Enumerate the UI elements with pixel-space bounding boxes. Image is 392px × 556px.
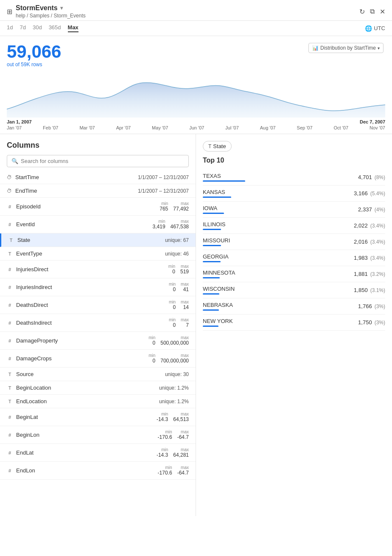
- col-name: EventId: [16, 221, 35, 227]
- column-row[interactable]: # EndLat min-14.3 max64,281: [0, 444, 196, 462]
- month-feb: Feb '07: [43, 125, 58, 130]
- column-row[interactable]: # DamageCrops min0 max700,000,000: [0, 350, 196, 368]
- column-row[interactable]: T EventType unique: 46: [0, 247, 196, 261]
- top10-stats: 4,701 (8%): [353, 174, 385, 180]
- close-icon[interactable]: ✕: [380, 8, 385, 16]
- top10-row: MINNESOTA 1,881 (3.2%): [203, 266, 385, 282]
- month-jan: Jan '07: [7, 125, 22, 130]
- col-stats: min-14.3 max64,513: [157, 412, 189, 422]
- top10-pct: (3.1%): [370, 287, 385, 293]
- column-left: # EventId: [7, 221, 35, 227]
- col-stats: unique: 30: [165, 371, 189, 377]
- month-oct: Oct '07: [334, 125, 349, 130]
- top10-value: 4,701: [358, 174, 372, 180]
- col-type-icon: T: [7, 251, 13, 256]
- col-name: StartTime: [15, 174, 39, 180]
- date-end: Dec 7, 2007: [360, 119, 385, 124]
- refresh-icon[interactable]: ↻: [359, 8, 365, 16]
- top10-row: MISSOURI 2,016 (3.4%): [203, 234, 385, 250]
- top10-stats: 1,850 (3.1%): [349, 287, 385, 293]
- column-left: # DamageCrops: [7, 355, 52, 362]
- col-name: EndLocation: [16, 398, 47, 404]
- top10-stats: 1,766 (3%): [353, 303, 385, 309]
- top10-bar-container: [203, 277, 349, 278]
- top10-pct: (3.4%): [370, 239, 385, 245]
- top10-stats: 1,881 (3.2%): [349, 271, 385, 277]
- timezone-selector[interactable]: 🌐 UTC: [365, 25, 385, 32]
- search-icon: 🔍: [11, 158, 18, 164]
- column-left: # InjuriesIndirect: [7, 284, 52, 290]
- chevron-icon[interactable]: ▾: [60, 5, 63, 11]
- column-row[interactable]: T State unique: 67: [0, 233, 196, 247]
- search-box[interactable]: 🔍: [7, 155, 189, 167]
- column-row[interactable]: # InjuriesDirect min0 max519: [0, 261, 196, 278]
- column-row[interactable]: # EventId min3,419 max467,538: [0, 216, 196, 233]
- month-jun: Jun '07: [189, 125, 204, 130]
- column-row[interactable]: # EpisodeId min765 max77,492: [0, 198, 196, 216]
- top10-row: NEBRASKA 1,766 (3%): [203, 298, 385, 315]
- top10-left: ILLINOIS: [203, 221, 349, 230]
- tab-max[interactable]: Max: [68, 24, 78, 32]
- title-text: StormEvents: [16, 4, 58, 12]
- top10-bar: [203, 229, 221, 230]
- top10-stats: 1,750 (3%): [353, 319, 385, 326]
- col-type-icon: T: [7, 399, 13, 404]
- tab-7d[interactable]: 7d: [20, 24, 25, 32]
- tab-30d[interactable]: 30d: [33, 24, 42, 32]
- top10-bar: [203, 309, 219, 311]
- top10-pct: (3.4%): [370, 223, 385, 229]
- col-name: DeathsIndirect: [16, 320, 52, 326]
- col-type-icon: T: [7, 385, 13, 390]
- col-stats: min-14.3 max64,281: [157, 447, 189, 458]
- col-stats: min3,419 max467,538: [153, 219, 189, 230]
- column-left: # EndLon: [7, 467, 35, 474]
- top10-left: WISCONSIN: [203, 286, 349, 295]
- detail-panel: T State Top 10 TEXAS 4,701 (8%) KANSAS 3…: [196, 134, 392, 516]
- col-name: DeathsDirect: [16, 302, 48, 308]
- column-row[interactable]: # EndLon min-170.6 max-64.7: [0, 462, 196, 480]
- tab-1d[interactable]: 1d: [7, 24, 13, 32]
- top10-left: NEBRASKA: [203, 302, 353, 311]
- clock-icon: ⏱: [7, 188, 12, 194]
- column-row[interactable]: # InjuriesIndirect min0 max41: [0, 278, 196, 296]
- top10-bar-container: [203, 180, 353, 182]
- top10-row: IOWA 2,337 (4%): [203, 202, 385, 218]
- column-left: ⏱ StartTime: [7, 174, 39, 180]
- top10-bar-container: [203, 326, 353, 327]
- distribution-button[interactable]: 📊 Distribution by StartTime ▾: [308, 43, 384, 53]
- col-type-icon: #: [7, 267, 13, 272]
- column-row[interactable]: # BeginLon min-170.6 max-64.7: [0, 426, 196, 444]
- column-row[interactable]: T Source unique: 30: [0, 368, 196, 381]
- selected-column-badge[interactable]: T State: [203, 141, 232, 152]
- col-name: State: [17, 237, 30, 243]
- top10-left: MINNESOTA: [203, 270, 349, 278]
- app-title[interactable]: StormEvents ▾: [16, 4, 86, 12]
- top10-value: 1,850: [354, 287, 368, 293]
- column-row[interactable]: T BeginLocation unique: 1.2%: [0, 381, 196, 395]
- col-name: InjuriesIndirect: [16, 284, 52, 290]
- col-type-icon: #: [7, 285, 13, 290]
- column-row[interactable]: T EndLocation unique: 1.2%: [0, 395, 196, 408]
- column-row[interactable]: ⏱ EndTime 1/1/2007 – 12/31/2007: [0, 184, 196, 198]
- column-row[interactable]: # DeathsDirect min0 max14: [0, 296, 196, 314]
- text-type-icon: T: [208, 143, 211, 149]
- split-icon[interactable]: ⧉: [370, 8, 375, 15]
- column-row[interactable]: # DeathsIndirect min0 max7: [0, 314, 196, 332]
- top10-pct: (3%): [375, 303, 385, 309]
- top10-stats: 1,983 (3.4%): [349, 255, 385, 261]
- col-stats: unique: 67: [165, 237, 189, 243]
- month-may: May '07: [152, 125, 168, 130]
- top10-name: MISSOURI: [203, 237, 349, 244]
- top10-value: 1,983: [354, 255, 368, 261]
- month-sep: Sep '07: [297, 125, 313, 130]
- top10-name: WISCONSIN: [203, 286, 349, 292]
- top10-list: TEXAS 4,701 (8%) KANSAS 3,166 (5.4%) IOW…: [203, 169, 385, 331]
- column-left: # EpisodeId: [7, 203, 41, 210]
- top10-value: 2,022: [354, 222, 368, 229]
- column-row[interactable]: # BeginLat min-14.3 max64,513: [0, 408, 196, 426]
- column-row[interactable]: ⏱ StartTime 1/1/2007 – 12/31/2007: [0, 171, 196, 184]
- column-row[interactable]: # DamageProperty min0 max500,000,000: [0, 332, 196, 350]
- search-input[interactable]: [21, 158, 184, 164]
- tab-365d[interactable]: 365d: [49, 24, 61, 32]
- column-left: T BeginLocation: [7, 385, 51, 391]
